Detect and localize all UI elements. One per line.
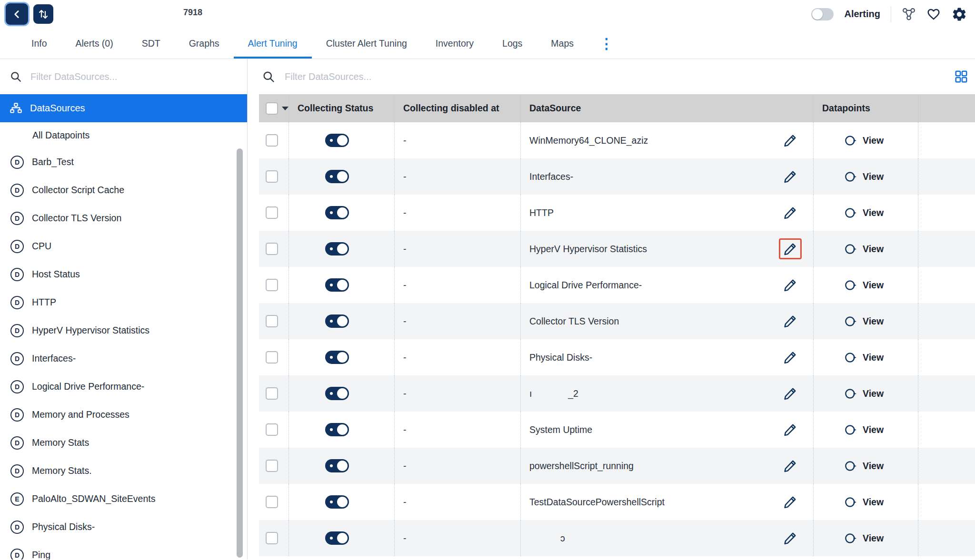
table-search bbox=[248, 59, 975, 94]
tab[interactable]: Maps bbox=[537, 28, 588, 59]
collecting-status-toggle[interactable] bbox=[325, 206, 349, 219]
collecting-status-toggle[interactable] bbox=[325, 423, 349, 436]
sidebar-item[interactable]: D Logical Drive Performance- bbox=[0, 373, 247, 401]
sidebar-item[interactable]: D Interfaces- bbox=[0, 344, 247, 373]
sidebar-item[interactable]: D Memory and Processes bbox=[0, 401, 247, 429]
sidebar-item[interactable]: D CPU bbox=[0, 232, 247, 260]
sidebar-item[interactable]: D Memory Stats bbox=[0, 429, 247, 457]
view-datapoints-link[interactable]: View bbox=[863, 171, 884, 182]
collecting-status-cell bbox=[289, 158, 394, 195]
edit-icon-wrap[interactable] bbox=[779, 455, 802, 476]
favorite-heart-icon[interactable] bbox=[926, 7, 941, 21]
view-datapoints-link[interactable]: View bbox=[863, 352, 884, 363]
collecting-status-toggle[interactable] bbox=[325, 495, 349, 509]
view-datapoints-link[interactable]: View bbox=[863, 424, 884, 435]
edit-icon-wrap[interactable] bbox=[779, 311, 802, 332]
select-cell bbox=[259, 122, 289, 158]
table-row: - Logical Drive Performance- View bbox=[259, 267, 975, 303]
tab[interactable]: Alerts (0) bbox=[61, 28, 128, 59]
row-checkbox[interactable] bbox=[266, 315, 278, 327]
collecting-status-toggle[interactable] bbox=[325, 459, 349, 472]
row-checkbox[interactable] bbox=[266, 423, 278, 436]
sidebar-item[interactable]: D Host Status bbox=[0, 260, 247, 288]
settings-gear-icon[interactable] bbox=[951, 6, 967, 22]
view-datapoints-link[interactable]: View bbox=[863, 135, 884, 146]
collecting-status-toggle[interactable] bbox=[325, 531, 349, 545]
datasource-cell: Logical Drive Performance- bbox=[520, 267, 813, 303]
collecting-status-toggle[interactable] bbox=[325, 242, 349, 255]
sidebar-item[interactable]: D Memory Stats. bbox=[0, 457, 247, 485]
sidebar-filter-input[interactable] bbox=[30, 71, 238, 83]
view-datapoints-link[interactable]: View bbox=[863, 388, 884, 399]
edit-icon-wrap[interactable] bbox=[779, 202, 802, 223]
tab[interactable]: Info bbox=[17, 28, 61, 59]
tab[interactable]: SDT bbox=[128, 28, 175, 59]
transfer-button[interactable] bbox=[33, 4, 53, 24]
sidebar-item-datasources[interactable]: DataSources bbox=[0, 94, 247, 122]
edit-icon-wrap[interactable] bbox=[779, 238, 802, 259]
table-filter-input[interactable] bbox=[284, 71, 945, 83]
edit-icon-wrap[interactable] bbox=[779, 383, 802, 404]
tab[interactable]: Alert Tuning bbox=[234, 28, 312, 59]
tab[interactable]: Logs bbox=[488, 28, 537, 59]
sidebar-item[interactable]: D Collector TLS Version bbox=[0, 204, 247, 232]
sidebar-item[interactable]: D Collector Script Cache bbox=[0, 176, 247, 204]
collecting-status-toggle[interactable] bbox=[325, 170, 349, 183]
collecting-status-toggle[interactable] bbox=[325, 351, 349, 364]
collecting-status-toggle[interactable] bbox=[325, 387, 349, 400]
sidebar-scrollbar[interactable] bbox=[237, 148, 243, 558]
sidebar-item[interactable]: D Physical Disks- bbox=[0, 513, 247, 541]
tab[interactable]: Cluster Alert Tuning bbox=[312, 28, 421, 59]
topology-icon[interactable] bbox=[902, 7, 916, 21]
edit-icon-wrap[interactable] bbox=[779, 166, 802, 187]
view-datapoints-link[interactable]: View bbox=[863, 280, 884, 291]
row-checkbox[interactable] bbox=[266, 206, 278, 219]
tab[interactable]: Graphs bbox=[175, 28, 234, 59]
row-checkbox[interactable] bbox=[266, 170, 278, 183]
edit-icon-wrap[interactable] bbox=[779, 130, 802, 151]
tab[interactable]: Inventory bbox=[421, 28, 488, 59]
sidebar-item[interactable]: D HTTP bbox=[0, 288, 247, 316]
collecting-status-toggle[interactable] bbox=[325, 314, 349, 328]
row-checkbox[interactable] bbox=[266, 134, 278, 147]
view-datapoints-link[interactable]: View bbox=[863, 207, 884, 218]
sidebar-item[interactable]: D HyperV Hypervisor Statistics bbox=[0, 316, 247, 344]
row-checkbox[interactable] bbox=[266, 243, 278, 255]
datasource-cell: HTTP bbox=[520, 195, 813, 231]
caret-down-icon[interactable] bbox=[282, 107, 289, 110]
spacer-cell bbox=[918, 484, 975, 520]
sidebar-item-all-datapoints[interactable]: All Datapoints bbox=[0, 122, 247, 148]
datasource-name: Interfaces- bbox=[529, 171, 573, 182]
view-datapoints-link[interactable]: View bbox=[863, 461, 884, 472]
sidebar-item[interactable]: D Barb_Test bbox=[0, 148, 247, 176]
collecting-status-toggle[interactable] bbox=[325, 278, 349, 292]
edit-icon-wrap[interactable] bbox=[779, 528, 802, 549]
table-row: - Interfaces- View bbox=[259, 158, 975, 195]
sidebar-item-label: Memory and Processes bbox=[32, 409, 129, 420]
view-datapoints-link[interactable]: View bbox=[863, 244, 884, 255]
spacer-cell bbox=[918, 412, 975, 448]
more-tabs-icon[interactable]: ⋮ bbox=[595, 28, 618, 59]
edit-icon-wrap[interactable] bbox=[779, 347, 802, 368]
sidebar-item[interactable]: D Ping bbox=[0, 541, 247, 560]
row-checkbox[interactable] bbox=[266, 532, 278, 544]
view-datapoints-link[interactable]: View bbox=[863, 316, 884, 327]
alerting-toggle[interactable] bbox=[811, 8, 834, 20]
row-checkbox[interactable] bbox=[266, 387, 278, 400]
row-checkbox[interactable] bbox=[266, 279, 278, 291]
back-button[interactable] bbox=[6, 3, 28, 25]
row-checkbox[interactable] bbox=[266, 496, 278, 508]
row-checkbox[interactable] bbox=[266, 351, 278, 364]
edit-icon-wrap[interactable] bbox=[779, 419, 802, 440]
row-checkbox[interactable] bbox=[266, 460, 278, 472]
datapoints-icon bbox=[844, 279, 857, 292]
sidebar-item[interactable]: E PaloAlto_SDWAN_SiteEvents bbox=[0, 485, 247, 513]
select-all-checkbox[interactable] bbox=[266, 102, 278, 115]
view-datapoints-link[interactable]: View bbox=[863, 497, 884, 508]
edit-icon-wrap[interactable] bbox=[779, 275, 802, 295]
collecting-status-toggle[interactable] bbox=[325, 134, 349, 147]
collecting-status-cell bbox=[289, 484, 394, 520]
grid-view-icon[interactable] bbox=[954, 69, 968, 84]
edit-icon-wrap[interactable] bbox=[779, 491, 802, 512]
view-datapoints-link[interactable]: View bbox=[863, 533, 884, 544]
